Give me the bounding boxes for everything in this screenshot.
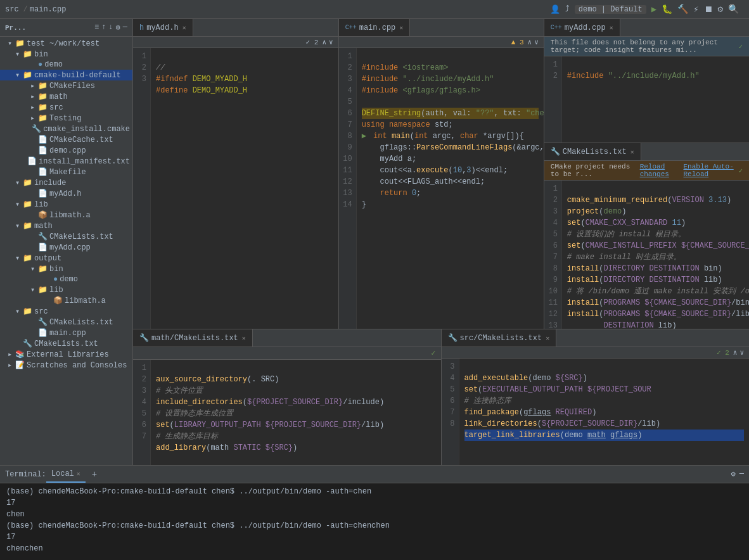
line-numbers-myadd-cpp: 12 [544,56,562,143]
run-button[interactable]: ▶ [651,4,656,15]
terminal-content[interactable]: (base) chendeMacBook-Pro:cmake-build-def… [0,483,749,560]
sidebar-item-test[interactable]: ▾📁test ~/work/test [0,38,132,49]
sidebar-item-math-folder[interactable]: ▾📁math [0,220,132,231]
search-button[interactable]: 🔍 [728,4,739,15]
terminal-label: Terminal: [5,470,46,479]
main-cpp-panel: C++ main.cpp ✕ ▲ 3 ∧ ∨ 12345678910111213… [339,19,544,329]
tab-src-cmake[interactable]: 🔧 src/CMakeLists.txt ✕ [442,329,557,347]
line-numbers-main: 1234567891011121314 [339,48,357,329]
tab-myadd-h-close[interactable]: ✕ [182,24,186,32]
sidebar-item-include[interactable]: ▾📁include [0,177,132,188]
terminal-add-tab[interactable]: + [89,469,99,480]
terminal-settings-icon[interactable]: ⚙ [731,469,736,479]
tab-cmake-main-close[interactable]: ✕ [631,148,634,156]
sidebar-collapse-icon[interactable]: — [123,23,127,32]
sidebar-item-lib[interactable]: ▾📁lib [0,199,132,210]
sidebar-align-icon[interactable]: ≡ [94,23,99,32]
sidebar-item-demo-bin[interactable]: ●demo [0,60,132,70]
cmake-main-editor: 🔧 CMakeLists.txt ✕ CMake project needs t… [544,143,749,329]
sidebar-item-output[interactable]: ▾📁output [0,253,132,264]
sidebar-item-libmath[interactable]: 📦libmath.a [0,210,132,220]
terminal-tab-close[interactable]: ✕ [77,470,80,478]
sidebar-item-demo-cpp[interactable]: 📄demo.cpp [0,145,132,156]
nav-down-2[interactable]: ∨ [534,38,539,46]
sidebar-item-math[interactable]: ▸📁math [0,91,132,102]
terminal-line-6: chenchen [6,543,743,554]
tab-myadd-cpp[interactable]: C++ myAdd.cpp ✕ [544,19,620,36]
sidebar-item-myadd-cpp[interactable]: 📄myAdd.cpp [0,242,132,253]
myadd-cpp-tabs: C++ myAdd.cpp ✕ [544,19,749,37]
terminal-line-3: chen [6,509,743,520]
sidebar-item-output-lib[interactable]: ▾📁lib [0,284,132,295]
tab-main-cpp-close[interactable]: ✕ [399,24,403,32]
nav-up-src[interactable]: ∧ [733,348,738,357]
sidebar-gear-icon[interactable]: ⚙ [116,23,120,32]
cmake-notif: CMake project needs to be r... Reload ch… [544,161,749,181]
sidebar-item-scratches[interactable]: ▸📝Scratches and Consoles [0,360,132,371]
sidebar-item-testing[interactable]: ▸📁Testing [0,113,132,124]
code-content-main[interactable]: #include <iostream> #include "../include… [357,48,544,329]
nav-down-src[interactable]: ∨ [739,348,744,357]
sidebar: Pr... ≡ ↑ ↓ ⚙ — ▾📁test ~/work/test ▾📁bin… [0,19,133,465]
sidebar-down-icon[interactable]: ↓ [108,23,113,32]
myadd-cpp-editor: C++ myAdd.cpp ✕ This file does not belon… [544,19,749,143]
terminal-local-tab[interactable]: Local ✕ [46,466,86,483]
math-cmake-ok-bar: ✓ [133,347,441,360]
code-content-cmake[interactable]: cmake_minimum_required(VERSION 3.13) pro… [562,181,749,329]
sidebar-item-output-demo[interactable]: ●demo [0,274,132,284]
profile-button[interactable]: ⚡ [693,4,698,15]
branch-icon: ⤴ [565,4,570,14]
autoreload-link[interactable]: Enable Auto-Reload [684,163,735,178]
tab-myadd-cpp-close[interactable]: ✕ [610,24,613,32]
terminal-line-2: 17 [6,497,743,509]
debug-button[interactable]: 🐛 [662,4,672,15]
sidebar-item-cmakecache[interactable]: 📄CMakeCache.txt [0,134,132,145]
stop-button[interactable]: ⏹ [704,4,713,15]
src-cmake-counter-bar: ✓ 2 ∧ ∨ [442,347,750,359]
code-content-myadd-cpp[interactable]: #include "../include/myAdd.h" [562,56,749,143]
sidebar-up-icon[interactable]: ↑ [101,23,106,32]
sidebar-item-install-manifest[interactable]: 📄install_manifest.txt [0,156,132,167]
sidebar-item-output-bin[interactable]: ▾📁bin [0,264,132,274]
tab-cmake-main[interactable]: 🔧 CMakeLists.txt ✕ [544,143,641,160]
nav-up-icon[interactable]: ∧ [322,38,326,46]
myadd-h-body: 123 // #ifndef DEMO_MYADD_H #define DEMO… [133,48,338,329]
math-cmake-panel: 🔧 math/CMakeLists.txt ✕ ✓ 1234567 aux_so… [133,329,442,465]
terminal-line-5: 17 [6,531,743,543]
sidebar-item-src[interactable]: ▸📁src [0,102,132,113]
settings-button[interactable]: ⚙ [718,4,723,15]
myadd-h-editor: ✓ 2 ∧ ∨ 123 // #ifndef DEMO_MYADD_H #def… [133,37,338,329]
tab-src-cmake-close[interactable]: ✕ [546,334,549,342]
terminal-minimize-icon[interactable]: — [739,469,744,479]
sidebar-item-external-libraries[interactable]: ▸📚External Libraries [0,349,132,360]
tab-math-cmake[interactable]: 🔧 math/CMakeLists.txt ✕ [133,329,253,347]
sidebar-item-makefile[interactable]: 📄Makefile [0,167,132,177]
breadcrumb-file: main.cpp [30,5,67,14]
reload-link[interactable]: Reload changes [640,163,680,178]
code-content-math-cmake[interactable]: aux_source_directory(. SRC) # 头文件位置 incl… [151,360,441,465]
tab-math-cmake-close[interactable]: ✕ [242,334,246,342]
code-content-src-cmake[interactable]: add_executable(demo ${SRC}) set(EXECUTAB… [459,359,750,465]
sidebar-item-cmake-math[interactable]: 🔧CMakeLists.txt [0,231,132,242]
sidebar-item-bin[interactable]: ▾📁bin [0,49,132,60]
sidebar-item-cmake-build[interactable]: ▾📁cmake-build-default [0,70,132,80]
sidebar-item-main-cpp[interactable]: 📄main.cpp [0,328,132,338]
tab-main-cpp[interactable]: C++ main.cpp ✕ [339,19,411,36]
myadd-h-counter-bar: ✓ 2 ∧ ∨ [133,37,338,48]
sidebar-item-myadd-h[interactable]: 📄myAdd.h [0,188,132,199]
main-cpp-body: 1234567891011121314 #include <iostream> … [339,48,544,329]
cmake-main-tabs: 🔧 CMakeLists.txt ✕ [544,143,749,161]
sidebar-item-cmakefiles[interactable]: ▸📁CMakeFiles [0,80,132,91]
nav-down-icon[interactable]: ∨ [329,38,333,46]
main-cpp-tabs: C++ main.cpp ✕ [339,19,544,37]
nav-up-2[interactable]: ∧ [528,38,532,46]
sidebar-item-root-cmake[interactable]: 🔧CMakeLists.txt [0,338,132,349]
sidebar-item-cmake-install[interactable]: 🔧cmake_install.cmake [0,124,132,134]
tab-myadd-h[interactable]: h myAdd.h ✕ [133,19,193,36]
code-content-myadd-h[interactable]: // #ifndef DEMO_MYADD_H #define DEMO_MYA… [151,48,338,329]
sidebar-item-src-cmake[interactable]: 🔧CMakeLists.txt [0,317,132,328]
sidebar-item-output-libmath[interactable]: 📦libmath.a [0,295,132,306]
build-button[interactable]: 🔨 [677,4,688,15]
sidebar-item-src-folder[interactable]: ▾📁src [0,306,132,317]
line-numbers-src-cmake: 345678 [442,359,459,465]
